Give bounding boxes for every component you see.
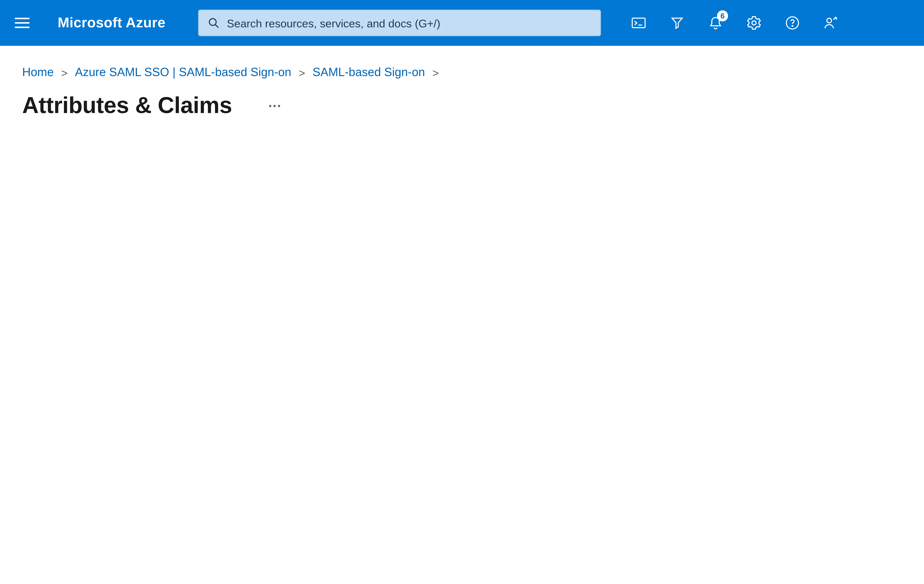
notifications-button[interactable]: 6 xyxy=(701,9,729,37)
search-icon xyxy=(208,17,219,29)
filter-icon xyxy=(669,15,685,31)
help-icon xyxy=(784,15,800,31)
settings-button[interactable] xyxy=(740,9,768,37)
help-button[interactable] xyxy=(778,9,807,37)
breadcrumb-separator: > xyxy=(299,66,305,79)
brand-title: Microsoft Azure xyxy=(58,15,166,31)
breadcrumb-separator: > xyxy=(432,66,439,79)
feedback-button[interactable] xyxy=(817,9,845,37)
breadcrumb-item-saml-signon[interactable]: SAML-based Sign-on xyxy=(312,66,425,79)
cloud-shell-icon xyxy=(630,15,647,31)
breadcrumb-item-app[interactable]: Azure SAML SSO | SAML-based Sign-on xyxy=(75,66,291,79)
topbar-icon-group: 6 xyxy=(625,9,845,37)
gear-icon xyxy=(746,15,762,31)
search-input[interactable] xyxy=(226,10,600,36)
breadcrumb-item-home[interactable]: Home xyxy=(22,66,54,79)
cloud-shell-button[interactable] xyxy=(625,9,653,37)
feedback-person-icon xyxy=(823,15,839,31)
title-more-button[interactable] xyxy=(264,100,284,111)
breadcrumb-separator: > xyxy=(61,66,68,79)
top-bar: Microsoft Azure xyxy=(0,0,924,46)
azure-portal-window: Microsoft Azure xyxy=(0,0,924,146)
main-content: Home > Azure SAML SSO | SAML-based Sign-… xyxy=(0,46,924,146)
breadcrumb: Home > Azure SAML SSO | SAML-based Sign-… xyxy=(22,46,924,79)
hamburger-menu-button[interactable] xyxy=(5,0,40,46)
directory-filter-button[interactable] xyxy=(663,9,691,37)
notification-count-badge: 6 xyxy=(717,10,728,21)
page-title: Attributes & Claims xyxy=(22,92,232,119)
global-search-box[interactable] xyxy=(198,10,601,36)
page-title-row: Attributes & Claims xyxy=(22,92,924,119)
